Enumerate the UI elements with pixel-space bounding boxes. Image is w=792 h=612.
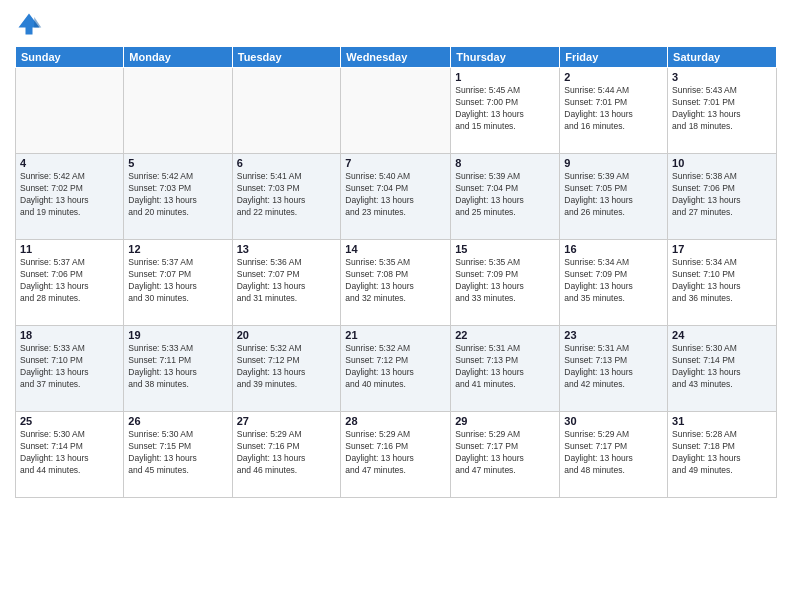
day-number: 26 [128,415,227,427]
day-cell: 12Sunrise: 5:37 AMSunset: 7:07 PMDayligh… [124,240,232,326]
week-row-2: 4Sunrise: 5:42 AMSunset: 7:02 PMDaylight… [16,154,777,240]
day-cell: 25Sunrise: 5:30 AMSunset: 7:14 PMDayligh… [16,412,124,498]
day-cell: 31Sunrise: 5:28 AMSunset: 7:18 PMDayligh… [668,412,777,498]
day-info: Sunrise: 5:34 AMSunset: 7:09 PMDaylight:… [564,257,663,305]
col-header-thursday: Thursday [451,47,560,68]
day-info: Sunrise: 5:37 AMSunset: 7:07 PMDaylight:… [128,257,227,305]
day-number: 15 [455,243,555,255]
day-number: 2 [564,71,663,83]
day-number: 31 [672,415,772,427]
week-row-1: 1Sunrise: 5:45 AMSunset: 7:00 PMDaylight… [16,68,777,154]
day-info: Sunrise: 5:39 AMSunset: 7:04 PMDaylight:… [455,171,555,219]
day-number: 22 [455,329,555,341]
day-cell: 29Sunrise: 5:29 AMSunset: 7:17 PMDayligh… [451,412,560,498]
day-cell: 8Sunrise: 5:39 AMSunset: 7:04 PMDaylight… [451,154,560,240]
day-number: 10 [672,157,772,169]
day-cell: 9Sunrise: 5:39 AMSunset: 7:05 PMDaylight… [560,154,668,240]
day-number: 5 [128,157,227,169]
day-info: Sunrise: 5:43 AMSunset: 7:01 PMDaylight:… [672,85,772,133]
day-info: Sunrise: 5:29 AMSunset: 7:16 PMDaylight:… [237,429,337,477]
day-number: 3 [672,71,772,83]
day-cell: 7Sunrise: 5:40 AMSunset: 7:04 PMDaylight… [341,154,451,240]
day-info: Sunrise: 5:33 AMSunset: 7:11 PMDaylight:… [128,343,227,391]
day-cell: 19Sunrise: 5:33 AMSunset: 7:11 PMDayligh… [124,326,232,412]
day-cell: 24Sunrise: 5:30 AMSunset: 7:14 PMDayligh… [668,326,777,412]
day-cell: 22Sunrise: 5:31 AMSunset: 7:13 PMDayligh… [451,326,560,412]
day-cell: 11Sunrise: 5:37 AMSunset: 7:06 PMDayligh… [16,240,124,326]
page: SundayMondayTuesdayWednesdayThursdayFrid… [0,0,792,612]
day-number: 4 [20,157,119,169]
day-number: 28 [345,415,446,427]
day-info: Sunrise: 5:36 AMSunset: 7:07 PMDaylight:… [237,257,337,305]
day-info: Sunrise: 5:29 AMSunset: 7:16 PMDaylight:… [345,429,446,477]
day-info: Sunrise: 5:29 AMSunset: 7:17 PMDaylight:… [455,429,555,477]
day-number: 19 [128,329,227,341]
day-cell: 16Sunrise: 5:34 AMSunset: 7:09 PMDayligh… [560,240,668,326]
day-cell: 10Sunrise: 5:38 AMSunset: 7:06 PMDayligh… [668,154,777,240]
day-info: Sunrise: 5:42 AMSunset: 7:02 PMDaylight:… [20,171,119,219]
day-cell: 28Sunrise: 5:29 AMSunset: 7:16 PMDayligh… [341,412,451,498]
day-number: 27 [237,415,337,427]
day-number: 16 [564,243,663,255]
day-number: 17 [672,243,772,255]
day-info: Sunrise: 5:30 AMSunset: 7:15 PMDaylight:… [128,429,227,477]
day-info: Sunrise: 5:29 AMSunset: 7:17 PMDaylight:… [564,429,663,477]
col-header-friday: Friday [560,47,668,68]
day-cell: 15Sunrise: 5:35 AMSunset: 7:09 PMDayligh… [451,240,560,326]
day-cell [341,68,451,154]
day-info: Sunrise: 5:42 AMSunset: 7:03 PMDaylight:… [128,171,227,219]
week-row-4: 18Sunrise: 5:33 AMSunset: 7:10 PMDayligh… [16,326,777,412]
week-row-3: 11Sunrise: 5:37 AMSunset: 7:06 PMDayligh… [16,240,777,326]
day-info: Sunrise: 5:37 AMSunset: 7:06 PMDaylight:… [20,257,119,305]
day-cell [232,68,341,154]
day-number: 20 [237,329,337,341]
day-number: 1 [455,71,555,83]
day-info: Sunrise: 5:32 AMSunset: 7:12 PMDaylight:… [345,343,446,391]
day-number: 14 [345,243,446,255]
day-info: Sunrise: 5:35 AMSunset: 7:09 PMDaylight:… [455,257,555,305]
day-info: Sunrise: 5:30 AMSunset: 7:14 PMDaylight:… [20,429,119,477]
day-info: Sunrise: 5:32 AMSunset: 7:12 PMDaylight:… [237,343,337,391]
calendar: SundayMondayTuesdayWednesdayThursdayFrid… [15,46,777,498]
col-header-wednesday: Wednesday [341,47,451,68]
day-cell: 21Sunrise: 5:32 AMSunset: 7:12 PMDayligh… [341,326,451,412]
day-info: Sunrise: 5:28 AMSunset: 7:18 PMDaylight:… [672,429,772,477]
day-info: Sunrise: 5:34 AMSunset: 7:10 PMDaylight:… [672,257,772,305]
day-cell: 23Sunrise: 5:31 AMSunset: 7:13 PMDayligh… [560,326,668,412]
day-number: 30 [564,415,663,427]
day-cell: 5Sunrise: 5:42 AMSunset: 7:03 PMDaylight… [124,154,232,240]
day-cell: 17Sunrise: 5:34 AMSunset: 7:10 PMDayligh… [668,240,777,326]
day-number: 6 [237,157,337,169]
col-header-tuesday: Tuesday [232,47,341,68]
day-info: Sunrise: 5:31 AMSunset: 7:13 PMDaylight:… [564,343,663,391]
day-number: 7 [345,157,446,169]
week-row-5: 25Sunrise: 5:30 AMSunset: 7:14 PMDayligh… [16,412,777,498]
day-cell: 30Sunrise: 5:29 AMSunset: 7:17 PMDayligh… [560,412,668,498]
header [15,10,777,38]
day-info: Sunrise: 5:30 AMSunset: 7:14 PMDaylight:… [672,343,772,391]
day-info: Sunrise: 5:33 AMSunset: 7:10 PMDaylight:… [20,343,119,391]
day-number: 12 [128,243,227,255]
day-number: 23 [564,329,663,341]
logo-icon [15,10,43,38]
day-info: Sunrise: 5:31 AMSunset: 7:13 PMDaylight:… [455,343,555,391]
day-number: 29 [455,415,555,427]
day-cell: 3Sunrise: 5:43 AMSunset: 7:01 PMDaylight… [668,68,777,154]
day-cell: 13Sunrise: 5:36 AMSunset: 7:07 PMDayligh… [232,240,341,326]
day-cell: 14Sunrise: 5:35 AMSunset: 7:08 PMDayligh… [341,240,451,326]
day-cell: 26Sunrise: 5:30 AMSunset: 7:15 PMDayligh… [124,412,232,498]
day-cell: 18Sunrise: 5:33 AMSunset: 7:10 PMDayligh… [16,326,124,412]
day-cell: 4Sunrise: 5:42 AMSunset: 7:02 PMDaylight… [16,154,124,240]
day-cell [16,68,124,154]
day-info: Sunrise: 5:44 AMSunset: 7:01 PMDaylight:… [564,85,663,133]
day-cell: 2Sunrise: 5:44 AMSunset: 7:01 PMDaylight… [560,68,668,154]
day-number: 18 [20,329,119,341]
day-cell: 6Sunrise: 5:41 AMSunset: 7:03 PMDaylight… [232,154,341,240]
day-number: 8 [455,157,555,169]
logo [15,10,47,38]
svg-marker-2 [34,17,41,28]
day-cell: 1Sunrise: 5:45 AMSunset: 7:00 PMDaylight… [451,68,560,154]
day-info: Sunrise: 5:38 AMSunset: 7:06 PMDaylight:… [672,171,772,219]
day-info: Sunrise: 5:41 AMSunset: 7:03 PMDaylight:… [237,171,337,219]
col-header-monday: Monday [124,47,232,68]
